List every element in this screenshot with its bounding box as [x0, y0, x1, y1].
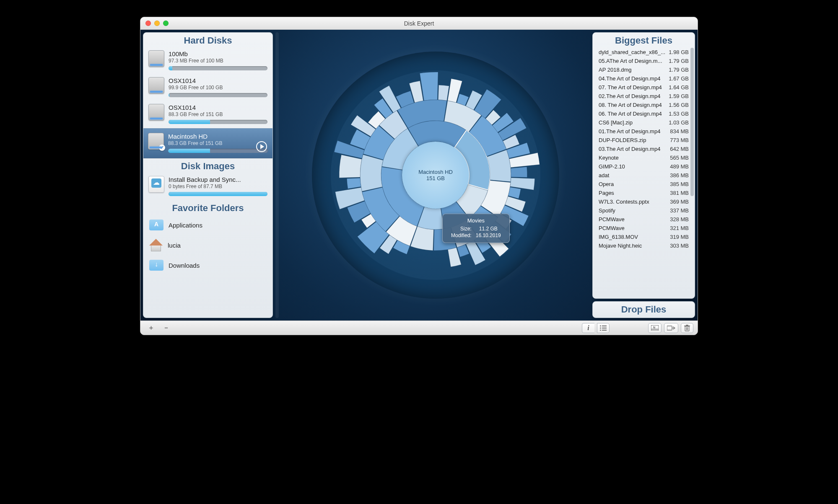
file-row[interactable]: 07. The Art of Design.mp41.64 GB: [594, 83, 693, 92]
list-view-button[interactable]: [597, 323, 610, 333]
file-name: Opera: [599, 181, 667, 187]
file-size: 565 MB: [670, 155, 689, 161]
finder-button[interactable]: N: [648, 323, 662, 333]
file-row[interactable]: GIMP-2.10489 MB: [594, 162, 693, 171]
sidebar-disk[interactable]: OSX1014 88.3 GB Free of 151 GB: [143, 101, 272, 128]
export-button[interactable]: [664, 323, 678, 333]
file-row[interactable]: dyld_shared_cache_x86_...1.98 GB: [594, 48, 693, 57]
sidebar-disk[interactable]: OSX1014 99.9 GB Free of 100 GB: [143, 75, 272, 101]
favorite-folder[interactable]: lucia: [143, 235, 272, 256]
file-row[interactable]: 06. The Art of Design.mp41.53 GB: [594, 109, 693, 118]
sidebar-disk[interactable]: Macintosh HD 88.3 GB Free of 151 GB: [143, 128, 273, 158]
biggest-files-title: Biggest Files: [593, 33, 695, 48]
tooltip-title: Movies: [449, 217, 503, 224]
file-size: 1.67 GB: [669, 75, 689, 82]
file-name: Pages: [599, 190, 667, 196]
file-name: DUP-FOLDERS.zip: [599, 137, 667, 143]
file-size: 642 MB: [670, 146, 689, 152]
tooltip-size-label: Size:: [449, 226, 473, 232]
favorite-label: lucia: [168, 242, 181, 249]
file-size: 319 MB: [670, 234, 689, 240]
sunburst-chart[interactable]: Macintosh HD 151 GB Movies Size:11.2 GB …: [281, 32, 590, 318]
file-name: dyld_shared_cache_x86_...: [599, 49, 665, 55]
svg-rect-5: [602, 330, 607, 331]
svg-rect-0: [600, 326, 601, 326]
file-row[interactable]: Mojave Night.heic303 MB: [594, 241, 693, 250]
file-size: 386 MB: [670, 172, 689, 178]
file-name: 07. The Art of Design.mp4: [599, 84, 665, 90]
info-button[interactable]: i: [582, 323, 594, 333]
disk-free-label: 97.3 MB Free of 100 MB: [169, 58, 267, 64]
trash-button[interactable]: [681, 323, 693, 333]
file-name: Spotify: [599, 207, 667, 214]
favorite-label: Applications: [169, 222, 202, 229]
file-size: 303 MB: [670, 243, 689, 249]
file-row[interactable]: 03.The Art of Design.mp4642 MB: [594, 145, 693, 153]
file-row[interactable]: 01.The Art of Design.mp4834 MB: [594, 127, 693, 136]
file-size: 1.64 GB: [669, 84, 689, 90]
file-row[interactable]: adat386 MB: [594, 171, 693, 180]
drop-files-button[interactable]: Drop Files: [592, 301, 695, 318]
file-row[interactable]: 02.The Art of Design.mp41.59 GB: [594, 92, 693, 101]
file-row[interactable]: 04.The Art of Design.mp41.67 GB: [594, 74, 693, 83]
file-row[interactable]: 05.AThe Art of Design.m...1.79 GB: [594, 57, 693, 65]
file-row[interactable]: PCMWave321 MB: [594, 224, 693, 233]
svg-rect-1: [602, 326, 607, 326]
sidebar-scrollbar[interactable]: [275, 32, 279, 318]
file-row[interactable]: 08. The Art of Design.mp41.56 GB: [594, 101, 693, 109]
sidebar-disk[interactable]: 100Mb 97.3 MB Free of 100 MB: [143, 48, 272, 75]
file-row[interactable]: PCMWave328 MB: [594, 215, 693, 224]
right-column: Biggest Files dyld_shared_cache_x86_...1…: [592, 32, 695, 318]
favorite-folder[interactable]: Downloads: [143, 256, 272, 275]
file-row[interactable]: Opera385 MB: [594, 180, 693, 189]
disk-name: OSX1014: [169, 77, 267, 84]
close-icon[interactable]: [145, 21, 151, 26]
file-row[interactable]: CS6 [Mac].zip1.03 GB: [594, 118, 693, 127]
file-row[interactable]: W7L3. Contests.pptx369 MB: [594, 197, 693, 206]
folder-icon: [149, 239, 163, 251]
sunburst-tooltip: Movies Size:11.2 GB Modified:16.10.2019: [442, 214, 510, 243]
svg-rect-4: [600, 330, 601, 331]
file-row[interactable]: IMG_6138.MOV319 MB: [594, 233, 693, 241]
sunburst-center[interactable]: Macintosh HD 151 GB: [402, 142, 469, 209]
file-row[interactable]: AP 2018.dmg1.79 GB: [594, 65, 693, 74]
app-body: Hard Disks 100Mb 97.3 MB Free of 100 MB …: [140, 30, 698, 320]
sidebar-disk-image[interactable]: Install Backup and Sync... 0 bytes Free …: [143, 173, 272, 200]
svg-rect-8: [651, 329, 659, 329]
folder-icon: [149, 260, 163, 271]
zoom-icon[interactable]: [163, 21, 169, 26]
disk-usage-bar: [169, 66, 267, 70]
file-name: adat: [599, 172, 667, 178]
add-button[interactable]: ＋: [145, 323, 157, 333]
file-size: 1.59 GB: [669, 93, 689, 99]
folder-icon: [149, 220, 163, 230]
file-row[interactable]: Spotify337 MB: [594, 206, 693, 215]
remove-button[interactable]: －: [160, 323, 172, 333]
minimize-icon[interactable]: [154, 21, 160, 26]
file-row[interactable]: Pages381 MB: [594, 189, 693, 197]
file-name: 01.The Art of Design.mp4: [599, 128, 667, 134]
file-row[interactable]: Keynote565 MB: [594, 153, 693, 162]
svg-rect-2: [600, 328, 601, 328]
disk-free-label: 88.3 GB Free of 151 GB: [168, 140, 268, 146]
disk-usage-bar: [168, 149, 268, 153]
biggest-files-scrollbar[interactable]: [690, 48, 694, 295]
app-window: Disk Expert Hard Disks 100Mb 97.3 MB Fre…: [140, 17, 698, 335]
file-size: 1.53 GB: [669, 111, 689, 117]
hard-disk-icon: [148, 104, 164, 121]
disk-name: OSX1014: [169, 104, 267, 111]
section-favorites: Favorite Folders: [143, 200, 272, 215]
svg-rect-11: [684, 326, 690, 326]
favorite-label: Downloads: [169, 262, 200, 269]
tooltip-mod-label: Modified:: [449, 233, 473, 238]
info-icon: i: [587, 324, 589, 332]
hard-disk-icon: [148, 77, 164, 94]
file-row[interactable]: DUP-FOLDERS.zip773 MB: [594, 136, 693, 145]
bottom-toolbar: ＋ － i N: [140, 320, 698, 335]
favorite-folder[interactable]: Applications: [143, 215, 272, 235]
disk-free-label: 99.9 GB Free of 100 GB: [169, 85, 267, 90]
file-name: CS6 [Mac].zip: [599, 119, 665, 126]
scan-play-button[interactable]: [256, 141, 267, 152]
disk-usage-bar: [169, 120, 267, 124]
titlebar: Disk Expert: [140, 17, 698, 30]
